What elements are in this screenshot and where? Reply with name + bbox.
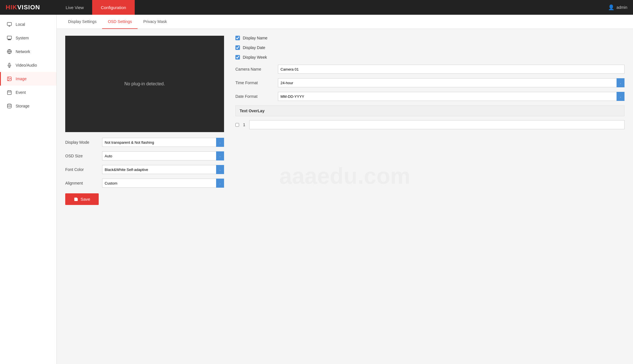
osd-size-label: OSD Size	[65, 154, 99, 158]
svg-point-17	[7, 104, 11, 105]
logo: HIKVISION	[6, 4, 40, 11]
sidebar-label-local: Local	[16, 22, 25, 27]
text-overlay-index-1: 1	[243, 122, 245, 127]
save-icon	[74, 197, 78, 202]
save-label: Save	[81, 197, 90, 202]
video-preview: No plug-in detected.	[65, 36, 224, 132]
app-body: Local System Network Video/Audio Image	[0, 15, 633, 364]
osd-size-row: OSD Size Auto Small Medium Large ↕	[65, 151, 224, 160]
sidebar-label-system: System	[16, 36, 29, 40]
font-color-select-wrapper: Black&White Self-adaptive Black White Re…	[102, 165, 224, 174]
display-mode-row: Display Mode Not transparent & Not flash…	[65, 138, 224, 147]
tab-privacy-mask[interactable]: Privacy Mask	[138, 15, 172, 29]
content-area: aaaedu.com No plug-in detected. Display …	[57, 29, 633, 212]
font-color-row: Font Color Black&White Self-adaptive Bla…	[65, 165, 224, 174]
camera-name-label: Camera Name	[235, 67, 272, 71]
logo-vision: VISION	[17, 4, 40, 11]
logo-hik: HIK	[6, 4, 17, 11]
left-panel: No plug-in detected. Display Mode Not tr…	[65, 36, 224, 205]
time-format-select-wrapper: 24-hour 12-hour ↕	[278, 78, 624, 87]
sidebar-label-storage: Storage	[16, 104, 29, 108]
system-icon	[7, 35, 12, 41]
time-format-label: Time Format	[235, 81, 272, 85]
svg-rect-3	[7, 36, 12, 39]
svg-rect-13	[7, 91, 11, 95]
display-name-row: Display Name	[235, 36, 624, 40]
display-mode-select-wrapper: Not transparent & Not flashing Transpare…	[102, 138, 224, 147]
text-overlay-section: Text OverLay	[235, 105, 624, 116]
alignment-select-wrapper: Custom Left Right ↕	[102, 179, 224, 188]
main-content: Display Settings OSD Settings Privacy Ma…	[57, 15, 633, 364]
save-button[interactable]: Save	[65, 193, 99, 205]
display-name-checkbox[interactable]	[235, 36, 240, 40]
text-overlay-row-1: 1	[235, 120, 624, 129]
alignment-row: Alignment Custom Left Right ↕	[65, 179, 224, 188]
network-icon	[7, 49, 12, 54]
right-panel: Display Name Display Date Display Week C…	[235, 36, 624, 205]
sidebar-item-image[interactable]: Image	[0, 72, 56, 86]
sidebar-label-video-audio: Video/Audio	[16, 63, 37, 67]
user-icon: 👤	[608, 4, 614, 10]
text-overlay-checkbox-1[interactable]	[235, 123, 239, 127]
alignment-select[interactable]: Custom Left Right	[102, 179, 224, 188]
topnav: HIKVISION Live View Configuration 👤 admi…	[0, 0, 633, 15]
date-format-select-wrapper: MM-DD-YYYY DD-MM-YYYY YYYY-MM-DD ↕	[278, 92, 624, 101]
time-format-row: Time Format 24-hour 12-hour ↕	[235, 78, 624, 87]
topnav-right: 👤 admin	[608, 4, 627, 10]
nav-live-view[interactable]: Live View	[57, 0, 92, 15]
nav-configuration[interactable]: Configuration	[92, 0, 134, 15]
camera-name-input[interactable]	[278, 65, 624, 74]
date-format-select[interactable]: MM-DD-YYYY DD-MM-YYYY YYYY-MM-DD	[278, 92, 624, 101]
display-date-row: Display Date	[235, 45, 624, 50]
text-overlay-input-1[interactable]	[249, 120, 624, 129]
video-icon	[7, 62, 12, 68]
tabs-bar: Display Settings OSD Settings Privacy Ma…	[57, 15, 633, 29]
tab-osd-settings[interactable]: OSD Settings	[102, 15, 138, 29]
camera-name-row: Camera Name	[235, 65, 624, 74]
font-color-label: Font Color	[65, 167, 99, 172]
date-format-label: Date Format	[235, 94, 272, 99]
image-icon	[7, 76, 12, 82]
sidebar-item-network[interactable]: Network	[0, 45, 56, 58]
time-format-select[interactable]: 24-hour 12-hour	[278, 78, 624, 87]
display-name-label: Display Name	[243, 36, 267, 40]
alignment-label: Alignment	[65, 181, 99, 185]
sidebar-item-local[interactable]: Local	[0, 18, 56, 31]
display-mode-label: Display Mode	[65, 140, 99, 145]
sidebar-label-network: Network	[16, 49, 30, 54]
date-format-row: Date Format MM-DD-YYYY DD-MM-YYYY YYYY-M…	[235, 92, 624, 101]
sidebar-label-event: Event	[16, 90, 26, 95]
svg-rect-0	[7, 22, 12, 26]
sidebar-item-video-audio[interactable]: Video/Audio	[0, 58, 56, 72]
no-plugin-message: No plug-in detected.	[124, 81, 165, 86]
osd-size-select-wrapper: Auto Small Medium Large ↕	[102, 151, 224, 160]
osd-size-select[interactable]: Auto Small Medium Large	[102, 151, 224, 160]
svg-point-12	[8, 78, 9, 78]
display-mode-select[interactable]: Not transparent & Not flashing Transpare…	[102, 138, 224, 147]
monitor-icon	[7, 22, 12, 27]
sidebar-item-system[interactable]: System	[0, 31, 56, 45]
username: admin	[617, 5, 627, 10]
display-week-label: Display Week	[243, 55, 267, 60]
svg-rect-4	[8, 39, 11, 40]
event-icon	[7, 90, 12, 95]
topnav-links: Live View Configuration	[57, 0, 608, 15]
sidebar-item-event[interactable]: Event	[0, 86, 56, 99]
storage-icon	[7, 103, 12, 109]
display-date-checkbox[interactable]	[235, 45, 240, 50]
sidebar-item-storage[interactable]: Storage	[0, 99, 56, 113]
font-color-select[interactable]: Black&White Self-adaptive Black White Re…	[102, 165, 224, 174]
sidebar-label-image: Image	[16, 77, 27, 81]
tab-display-settings[interactable]: Display Settings	[62, 15, 102, 29]
display-week-row: Display Week	[235, 55, 624, 60]
display-date-label: Display Date	[243, 45, 265, 50]
display-week-checkbox[interactable]	[235, 55, 240, 60]
sidebar: Local System Network Video/Audio Image	[0, 15, 57, 364]
